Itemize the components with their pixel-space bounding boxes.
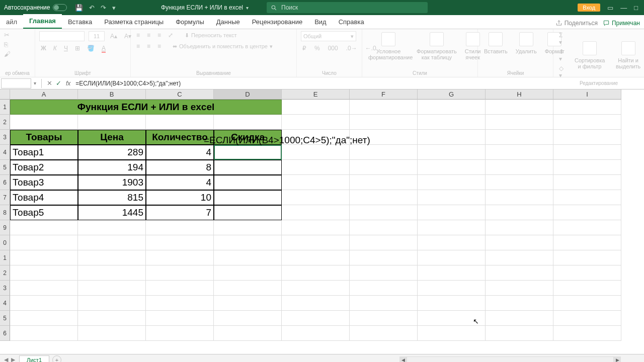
table-cell[interactable]: Товар3: [10, 175, 78, 190]
cell[interactable]: [146, 281, 214, 296]
cell[interactable]: [486, 326, 553, 341]
row-header-12[interactable]: 2: [0, 265, 10, 281]
merge-button[interactable]: ⬌ Объединить и поместить в центре ▾: [173, 43, 273, 50]
col-header-E[interactable]: E: [282, 89, 350, 100]
table-cell[interactable]: 4: [146, 145, 214, 160]
table-header-2[interactable]: Количество: [146, 130, 214, 145]
cell[interactable]: [418, 311, 486, 326]
cell[interactable]: [486, 220, 553, 235]
redo-icon[interactable]: ↷: [101, 4, 106, 12]
scroll-left-icon[interactable]: ◀: [399, 356, 407, 363]
cell[interactable]: [282, 311, 350, 326]
table-cell[interactable]: 815: [78, 190, 146, 205]
cell[interactable]: [553, 190, 621, 205]
table-header-3[interactable]: Скидка: [214, 130, 282, 145]
cell[interactable]: [486, 296, 553, 311]
cell[interactable]: [418, 130, 486, 145]
table-cell[interactable]: [214, 175, 282, 190]
col-header-C[interactable]: C: [146, 89, 214, 100]
cell[interactable]: [350, 145, 418, 160]
table-cell[interactable]: 10: [146, 190, 214, 205]
row-header-1[interactable]: 1: [0, 100, 10, 115]
maximize-icon[interactable]: □: [634, 4, 638, 12]
row-header-9[interactable]: 9: [0, 220, 10, 235]
cell[interactable]: [78, 296, 146, 311]
row-header-15[interactable]: 5: [0, 311, 10, 326]
cell[interactable]: [553, 250, 621, 265]
cell[interactable]: [418, 265, 486, 281]
cell[interactable]: [214, 235, 282, 250]
cell[interactable]: [10, 220, 78, 235]
cell[interactable]: [486, 250, 553, 265]
copy-icon[interactable]: ⎘: [4, 41, 8, 48]
login-button[interactable]: Вход: [578, 4, 600, 12]
cell[interactable]: [418, 160, 486, 175]
cell[interactable]: [553, 130, 621, 145]
cell[interactable]: [146, 326, 214, 341]
row-header-2[interactable]: 2: [0, 115, 10, 130]
cell[interactable]: [146, 220, 214, 235]
title-dropdown-icon[interactable]: ▾: [246, 5, 249, 11]
table-cell[interactable]: 194: [78, 160, 146, 175]
cell[interactable]: [553, 145, 621, 160]
format-painter-icon[interactable]: 🖌: [4, 50, 11, 58]
table-cell[interactable]: 4: [146, 175, 214, 190]
cell[interactable]: [282, 326, 350, 341]
align-right-icon[interactable]: ≡: [156, 42, 163, 50]
sheet-tab-1[interactable]: Лист1: [19, 355, 49, 362]
merged-title-cell[interactable]: Функция ЕСЛИ + ИЛИ в excel: [10, 100, 282, 115]
cell[interactable]: [350, 311, 418, 326]
table-cell[interactable]: Товар2: [10, 160, 78, 175]
enter-formula-icon[interactable]: ✓: [54, 79, 63, 87]
cell[interactable]: [553, 265, 621, 281]
cell[interactable]: [418, 220, 486, 235]
scroll-right-icon[interactable]: ▶: [614, 356, 621, 363]
cell[interactable]: [350, 160, 418, 175]
row-header-11[interactable]: 1: [0, 250, 10, 265]
format-as-table-button[interactable]: Форматировать как таблицу: [415, 31, 459, 61]
cell[interactable]: [146, 250, 214, 265]
row-header-3[interactable]: 3: [0, 130, 10, 145]
name-box-dropdown-icon[interactable]: ▾: [31, 80, 38, 86]
orientation-icon[interactable]: ⤢: [167, 31, 175, 39]
row-header-13[interactable]: 3: [0, 281, 10, 296]
minimize-icon[interactable]: —: [620, 4, 627, 12]
fill-color-icon[interactable]: 🪣: [86, 44, 96, 52]
scroll-track[interactable]: [407, 356, 614, 363]
cell[interactable]: [214, 311, 282, 326]
add-sheet-button[interactable]: +: [52, 355, 61, 363]
cell[interactable]: [350, 250, 418, 265]
cell[interactable]: [78, 326, 146, 341]
cell[interactable]: [350, 296, 418, 311]
tab-review[interactable]: Рецензирование: [246, 15, 308, 29]
cell[interactable]: [214, 250, 282, 265]
cell[interactable]: [10, 311, 78, 326]
currency-icon[interactable]: ₽: [301, 44, 308, 52]
share-button[interactable]: Поделиться: [555, 20, 598, 27]
cell[interactable]: [350, 220, 418, 235]
cell[interactable]: [214, 296, 282, 311]
italic-button[interactable]: К: [52, 44, 58, 52]
tab-help[interactable]: Справка: [333, 15, 370, 29]
search-box[interactable]: Поиск: [267, 2, 428, 13]
cell[interactable]: [10, 326, 78, 341]
tab-data[interactable]: Данные: [210, 15, 246, 29]
bold-button[interactable]: Ж: [39, 44, 48, 52]
tab-view[interactable]: Вид: [308, 15, 333, 29]
name-box[interactable]: [1, 78, 31, 88]
cell[interactable]: [486, 311, 553, 326]
horizontal-scrollbar[interactable]: ◀ ▶: [399, 356, 621, 363]
sheet-nav[interactable]: ◀▶: [0, 356, 19, 362]
cell[interactable]: [146, 311, 214, 326]
comments-button[interactable]: Примечан: [603, 20, 640, 27]
cell[interactable]: [282, 235, 350, 250]
table-cell[interactable]: 1903: [78, 175, 146, 190]
cell[interactable]: [350, 115, 418, 130]
cell[interactable]: [350, 326, 418, 341]
autosave-toggle[interactable]: [53, 4, 67, 11]
col-header-G[interactable]: G: [418, 89, 486, 100]
table-cell[interactable]: 7: [146, 205, 214, 220]
cell[interactable]: [214, 265, 282, 281]
cell[interactable]: [214, 281, 282, 296]
cell[interactable]: [10, 265, 78, 281]
